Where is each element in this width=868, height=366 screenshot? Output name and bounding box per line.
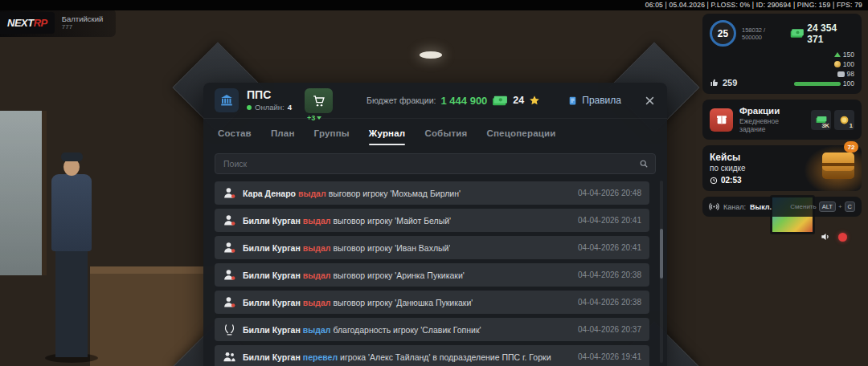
journal-row[interactable]: Кара Денаровыдалвыговор игроку 'Мохьмад … xyxy=(215,181,649,205)
list-scrollbar[interactable] xyxy=(660,181,663,363)
journal-row[interactable]: Билли Курганвыдалвыговор игроку 'Аринка … xyxy=(215,263,649,287)
close-button[interactable] xyxy=(644,95,656,107)
level-badge: 25 xyxy=(710,20,736,47)
faction-box-icon xyxy=(710,108,733,132)
chat-icon xyxy=(837,71,845,77)
tab-journal[interactable]: Журнал xyxy=(369,128,406,145)
row-action: выдал xyxy=(303,325,331,335)
reward-slots: 3K 1 xyxy=(811,110,854,130)
budget-stars-value: 24 xyxy=(513,95,524,106)
online-count: 4 xyxy=(288,103,292,112)
praise-laurel-icon xyxy=(223,323,236,336)
panel-tabs: Состав План Группы Журнал События Спецоп… xyxy=(203,119,667,145)
journal-row[interactable]: Билли Курганвыдалвыговор игроку 'Майот Б… xyxy=(215,209,649,232)
rules-label: Правила xyxy=(582,95,621,106)
row-message: Билли Курганвыдалвыговор игроку 'Майот Б… xyxy=(243,216,451,226)
game-screen: 06:05 | 05.04.2026 | P.LOSS: 0% | ID: 29… xyxy=(0,0,868,366)
reprimand-icon xyxy=(223,186,236,200)
thumbs-up-icon xyxy=(710,78,719,87)
arrow-up-icon xyxy=(834,52,841,57)
money-value: 24 354 371 xyxy=(807,22,854,45)
row-message: Билли Курганвыдалблагодарность игроку 'С… xyxy=(243,325,481,335)
server-logo: NEXTRP Балтийский 777 xyxy=(0,9,116,37)
journal-row[interactable]: Билли Курганвыдалвыговор игроку 'Данюшка… xyxy=(215,291,649,314)
stat-value: 150 xyxy=(843,51,854,59)
money-bills-icon xyxy=(790,28,805,39)
row-detail: выговор игроку 'Аринка Пукикаки' xyxy=(333,270,464,280)
tab-events[interactable]: События xyxy=(424,128,467,145)
gold-coin-icon xyxy=(839,115,850,125)
journal-list: Кара Денаровыдалвыговор игроку 'Мохьмад … xyxy=(215,181,649,366)
tab-specops[interactable]: Спецоперации xyxy=(486,128,555,145)
close-icon xyxy=(644,95,656,107)
row-message: Билли Курганперевелигрока 'Алекс Тайланд… xyxy=(243,352,551,362)
journal-row[interactable]: Билли Курганвыдалблагодарность игроку 'С… xyxy=(215,318,649,341)
clock-icon xyxy=(710,177,718,185)
cases-count-badge: 72 xyxy=(844,141,858,152)
row-action: перевел xyxy=(303,352,338,362)
stat-row: 150 xyxy=(834,51,854,59)
panel-header: ППС Онлайн: 4 +3 Бюджет фракции: 1 444 9… xyxy=(203,83,667,119)
discount-cases-block[interactable]: Кейсы по скидке 02:53 72 xyxy=(702,145,862,191)
row-message: Билли Курганвыдалвыговор игроку 'Иван Ва… xyxy=(243,243,450,253)
faction-budget: Бюджет фракции: 1 444 900 24 xyxy=(366,95,540,107)
tab-members[interactable]: Состав xyxy=(218,128,252,145)
row-author: Кара Денаро xyxy=(243,189,296,198)
row-detail: благодарность игроку 'Славик Гопник' xyxy=(333,325,481,335)
stat-row: 98 xyxy=(837,70,854,78)
change-label: Сменить xyxy=(790,203,816,210)
notification-dot xyxy=(838,233,847,242)
status-text: 06:05 | 05.04.2026 | P.LOSS: 0% | ID: 29… xyxy=(645,1,862,9)
factions-daily-block[interactable]: Фракции Ежедневное задание 3K 1 xyxy=(702,100,862,140)
row-author: Билли Курган xyxy=(243,270,301,280)
status-bar: 06:05 | 05.04.2026 | P.LOSS: 0% | ID: 29… xyxy=(0,0,868,10)
logo-next: NEXT xyxy=(7,17,34,29)
row-detail: выговор игроку 'Мохьмад Бирлин' xyxy=(329,189,461,198)
online-dot xyxy=(247,105,252,110)
budget-label: Бюджет фракции: xyxy=(366,96,436,105)
row-date: 04-04-2026 20:38 xyxy=(578,298,641,307)
online-label: Онлайн: xyxy=(255,103,285,112)
tab-groups[interactable]: Группы xyxy=(314,128,350,145)
voice-channel-block: Канал: Выкл. Сменить ALT + C xyxy=(702,197,862,217)
row-message: Билли Курганвыдалвыговор игроку 'Данюшка… xyxy=(243,298,473,307)
faction-task-text: Фракции Ежедневное задание xyxy=(739,106,805,133)
voice-change-hint: Сменить ALT + C xyxy=(790,201,855,212)
row-action: выдал xyxy=(303,216,331,226)
row-author: Билли Курган xyxy=(243,243,301,253)
factions-subtitle: Ежедневное задание xyxy=(739,117,805,133)
search-icon xyxy=(639,159,649,169)
faction-shop-button[interactable]: +3 xyxy=(305,88,333,113)
rules-button[interactable]: Правила xyxy=(567,95,621,106)
search-input[interactable] xyxy=(222,158,639,169)
voice-state: Выкл. xyxy=(750,203,772,211)
slot-amount: 3K xyxy=(821,122,829,129)
online-indicator: Онлайн: 4 xyxy=(247,103,292,112)
row-detail: выговор игроку 'Данюшка Пукикаки' xyxy=(333,298,473,307)
server-name: Балтийский 777 xyxy=(62,14,104,32)
search-bar xyxy=(215,153,656,174)
row-author: Билли Курган xyxy=(243,216,301,226)
mini-stats: 150 100 98 100 xyxy=(794,51,854,87)
voice-label: Канал: xyxy=(723,203,746,211)
star-icon xyxy=(529,95,540,106)
ceiling-lamp xyxy=(420,51,442,59)
journal-row[interactable]: Билли Курганперевелигрока 'Алекс Тайланд… xyxy=(215,345,649,366)
slot-amount: 1 xyxy=(850,122,853,129)
stat-bar-row: 100 xyxy=(794,79,854,87)
transfer-people-icon xyxy=(223,350,236,364)
row-date: 04-04-2026 20:41 xyxy=(578,243,641,252)
case-chest-art xyxy=(822,152,854,179)
bar-value: 100 xyxy=(843,79,854,87)
tab-plan[interactable]: План xyxy=(271,128,295,145)
row-action: выдал xyxy=(303,270,331,280)
faction-panel: ППС Онлайн: 4 +3 Бюджет фракции: 1 444 9… xyxy=(203,83,667,366)
journal-row[interactable]: Билли Курганвыдалвыговор игроку 'Иван Ва… xyxy=(215,236,649,259)
scrollbar-thumb[interactable] xyxy=(660,229,663,279)
police-cap xyxy=(61,152,83,161)
cart-icon xyxy=(312,94,326,108)
faction-info: ППС Онлайн: 4 xyxy=(247,89,292,112)
reward-slot-gold: 1 xyxy=(834,110,854,130)
row-action: выдал xyxy=(303,243,331,253)
stat-value: 98 xyxy=(847,70,854,78)
